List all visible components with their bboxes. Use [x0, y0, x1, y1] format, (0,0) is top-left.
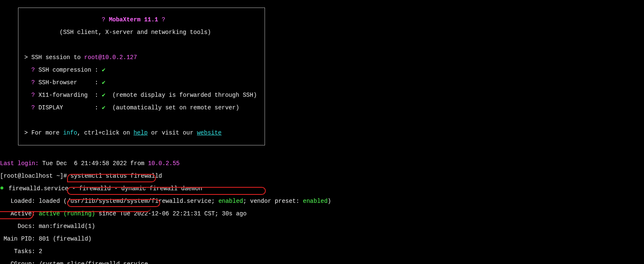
status-loaded: Loaded: loaded (/usr/lib/systemd/system/… [0, 198, 644, 204]
cmd-status-line: [root@loaclhost ~]# systemctl status fir… [0, 173, 644, 179]
banner-subtitle: (SSH client, X-server and networking too… [24, 29, 257, 36]
status-dot-icon [0, 186, 3, 189]
banner-sshline: > SSH session to root@10.0.2.127 [24, 54, 257, 61]
banner-spacer [24, 42, 257, 48]
status-cgroup1: CGroup: /system.slice/firewalld.service [0, 261, 644, 264]
banner-feat-3: ? DISPLAY : ✔ (automatically set on remo… [24, 105, 257, 111]
spacer-after-box [0, 148, 644, 154]
status-tasks: Tasks: 2 [0, 248, 644, 255]
status-mainpid: Main PID: 801 (firewalld) [0, 236, 644, 242]
website-link[interactable]: website [197, 129, 222, 136]
status-active: Active: active (running) since Tue 2022-… [0, 211, 644, 217]
banner-feat-0: ? SSH compression : ✔ [24, 67, 257, 73]
check-icon: ✔ [102, 67, 105, 73]
status-name: firewalld.service - firewalld - dynamic … [0, 186, 644, 192]
banner-feat-1: ? SSH-browser : ✔ [24, 80, 257, 86]
banner-spacer2 [24, 117, 257, 124]
last-login-line: Last login: Tue Dec 6 21:49:58 2022 from… [0, 160, 644, 167]
mobaxterm-banner: ? MobaXterm 11.1 ? (SSH client, X-server… [18, 8, 265, 145]
status-docs: Docs: man:firewalld(1) [0, 223, 644, 230]
banner-footer: > For more info, ctrl+click on help or v… [24, 130, 257, 136]
check-icon: ✔ [102, 79, 105, 86]
banner-title-line: ? MobaXterm 11.1 ? [24, 17, 257, 23]
help-link[interactable]: help [133, 129, 148, 136]
banner-feat-2: ? X11-forwarding : ✔ (remote display is … [24, 92, 257, 98]
terminal[interactable]: ? MobaXterm 11.1 ? (SSH client, X-server… [0, 0, 644, 264]
